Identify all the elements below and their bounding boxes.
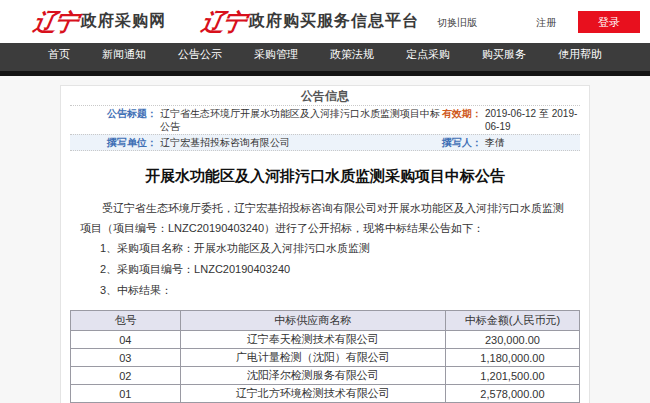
nav-item-policies[interactable]: 政策法规 xyxy=(330,47,374,62)
writing-unit-label: 撰写单位： xyxy=(107,136,157,149)
article-item-project-number: 2、采购项目编号：LNZC20190403240 xyxy=(70,259,580,280)
nav-item-home[interactable]: 首页 xyxy=(48,47,70,62)
liaoning-calligraphy-logo-icon: 辽宁 xyxy=(200,10,246,33)
nav-item-announcements[interactable]: 公告公示 xyxy=(178,47,222,62)
site-logo-procurement[interactable]: 辽宁 政府采购网 xyxy=(34,10,166,33)
site-logo-text: 政府采购网 xyxy=(81,11,166,32)
register-link[interactable]: 注册 xyxy=(536,16,556,30)
article-title: 开展水功能区及入河排污口水质监测采购项目中标公告 xyxy=(70,167,580,185)
announcement-title-label: 公告标题： xyxy=(107,107,157,133)
article-intro-paragraph: 受辽宁省生态环境厅委托，辽宁宏基招投标咨询有限公司对开展水功能区及入河排污口水质… xyxy=(70,198,580,238)
supplier-name-cell: 沈阳泽尔检测服务有限公司 xyxy=(180,367,445,385)
top-header: 辽宁 政府采购网 辽宁 政府购买服务信息平台 切换旧版 注册 登录 xyxy=(0,0,650,43)
article-body: 受辽宁省生态环境厅委托，辽宁宏基招投标咨询有限公司对开展水功能区及入河排污口水质… xyxy=(70,198,580,403)
nav-item-news[interactable]: 新闻通知 xyxy=(102,47,146,62)
writer-value: 李倩 xyxy=(485,136,505,149)
nav-item-purchase-services[interactable]: 购买服务 xyxy=(482,47,526,62)
package-number-cell: 04 xyxy=(71,331,181,349)
supplier-name-cell: 广电计量检测（沈阳）有限公司 xyxy=(180,349,445,367)
column-header-package: 包号 xyxy=(71,311,181,331)
article-item-bid-result: 3、中标结果： xyxy=(70,280,580,301)
writer-label: 撰写人： xyxy=(442,136,482,149)
writing-unit-value: 辽宁宏基招投标咨询有限公司 xyxy=(160,136,290,149)
site-logo-text: 政府购买服务信息平台 xyxy=(249,11,419,32)
supplier-name-cell: 辽宁北方环境检测技术有限公司 xyxy=(180,385,445,403)
announcement-panel: 公告信息 公告标题： 辽宁省生态环境厅开展水功能区及入河排污口水质监测项目中标公… xyxy=(60,85,590,403)
article-item-project-name: 1、采购项目名称：开展水功能区及入河排污口水质监测 xyxy=(70,238,580,259)
switch-old-version-link[interactable]: 切换旧版 xyxy=(437,16,477,30)
supplier-name-cell: 辽宁奉天检测技术有限公司 xyxy=(180,331,445,349)
table-row: 04 辽宁奉天检测技术有限公司 230,000.00 xyxy=(71,331,580,349)
bid-amount-cell: 230,000.00 xyxy=(445,331,579,349)
info-row-unit-writer: 撰写单位： 辽宁宏基招投标咨询有限公司 撰写人： 李倩 xyxy=(70,134,580,151)
announcement-title-value: 辽宁省生态环境厅开展水功能区及入河排污口水质监测项目中标公告 xyxy=(160,107,442,133)
info-section-title: 公告信息 xyxy=(70,86,580,105)
column-header-supplier: 中标供应商名称 xyxy=(180,311,445,331)
validity-value: 2019-06-12 至 2019-06-19 xyxy=(485,107,580,133)
column-header-amount: 中标金额(人民币元) xyxy=(445,311,579,331)
login-button[interactable]: 登录 xyxy=(578,11,640,33)
bid-result-table: 包号 中标供应商名称 中标金额(人民币元) 04 辽宁奉天检测技术有限公司 23… xyxy=(70,310,580,403)
table-row: 03 广电计量检测（沈阳）有限公司 1,180,000.00 xyxy=(71,349,580,367)
info-row-title-validity: 公告标题： 辽宁省生态环境厅开展水功能区及入河排污口水质监测项目中标公告 有效期… xyxy=(70,105,580,134)
nav-item-designated-procurement[interactable]: 定点采购 xyxy=(406,47,450,62)
liaoning-calligraphy-logo-icon: 辽宁 xyxy=(32,10,78,33)
bid-amount-cell: 1,201,500.00 xyxy=(445,367,579,385)
package-number-cell: 03 xyxy=(71,349,181,367)
nav-item-help[interactable]: 使用帮助 xyxy=(558,47,602,62)
table-header-row: 包号 中标供应商名称 中标金额(人民币元) xyxy=(71,311,580,331)
bid-amount-cell: 1,180,000.00 xyxy=(445,349,579,367)
site-logo-service-platform[interactable]: 辽宁 政府购买服务信息平台 xyxy=(202,10,419,33)
nav-item-procurement-mgmt[interactable]: 采购管理 xyxy=(254,47,298,62)
bid-amount-cell: 2,578,000.00 xyxy=(445,385,579,403)
package-number-cell: 02 xyxy=(71,367,181,385)
validity-label: 有效期： xyxy=(442,107,482,133)
main-nav: 首页 新闻通知 公告公示 采购管理 政策法规 定点采购 购买服务 使用帮助 xyxy=(0,43,650,76)
table-row: 01 辽宁北方环境检测技术有限公司 2,578,000.00 xyxy=(71,385,580,403)
package-number-cell: 01 xyxy=(71,385,181,403)
table-row: 02 沈阳泽尔检测服务有限公司 1,201,500.00 xyxy=(71,367,580,385)
